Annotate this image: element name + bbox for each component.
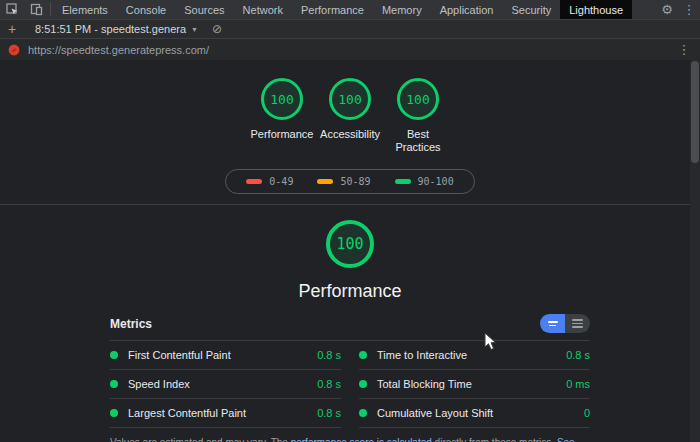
report-select-label: 8:51:51 PM - speedtest.genera — [35, 23, 186, 35]
tab-console[interactable]: Console — [117, 0, 175, 19]
scrollbar-thumb[interactable] — [691, 61, 699, 163]
score-calculation-link[interactable]: performance score is calculated — [291, 437, 432, 442]
report-url-link[interactable]: https://speedtest.generatepress.com/ — [28, 44, 209, 56]
metrics-heading: Metrics — [110, 317, 152, 331]
metric-speed-index: Speed Index 0.8 s — [110, 370, 341, 399]
tab-application[interactable]: Application — [431, 0, 503, 19]
category-performance-gauge[interactable]: 100 — [326, 220, 374, 268]
lighthouse-run-bar: + 8:51:51 PM - speedtest.genera ▼ ⊘ — [0, 20, 700, 39]
metric-time-to-interactive: Time to Interactive 0.8 s — [359, 341, 590, 370]
legend-item-average: 50-89 — [317, 176, 370, 187]
metrics-column-right: Time to Interactive 0.8 s Total Blocking… — [359, 341, 590, 428]
pass-dot-icon — [359, 409, 367, 417]
metric-value: 0.8 s — [566, 349, 590, 361]
metrics-view-toggle — [540, 314, 590, 333]
pass-dot-icon — [359, 380, 367, 388]
report-url-bar: https://speedtest.generatepress.com/ ⋮ — [0, 39, 700, 60]
tab-elements[interactable]: Elements — [53, 0, 117, 19]
devtools-menu-kebab-icon[interactable]: ⋮ — [678, 2, 700, 17]
devtools-toolbar: Elements Console Sources Network Perform… — [0, 0, 700, 20]
tab-network[interactable]: Network — [234, 0, 292, 19]
toolbar-separator — [50, 3, 51, 16]
metric-cumulative-layout-shift: Cumulative Layout Shift 0 — [359, 399, 590, 428]
condensed-view-icon — [548, 321, 558, 323]
pass-range-swatch — [395, 179, 411, 184]
report-select-dropdown[interactable]: 8:51:51 PM - speedtest.genera ▼ — [29, 23, 204, 35]
score-scale-legend: 0-49 50-89 90-100 — [225, 169, 474, 194]
metrics-header: Metrics — [110, 314, 590, 341]
gauge-best-practices-label: Best Practices — [386, 128, 450, 154]
inspect-element-icon[interactable] — [0, 0, 24, 19]
average-range-label: 50-89 — [340, 176, 370, 187]
gauges-row: 100 Performance 100 Accessibility 100 Be… — [0, 78, 700, 154]
list-view-icon — [572, 319, 583, 321]
metrics-column-left: First Contentful Paint 0.8 s Speed Index… — [110, 341, 341, 428]
pass-dot-icon — [110, 409, 118, 417]
pass-dot-icon — [110, 380, 118, 388]
toggle-list-view-button[interactable] — [565, 314, 590, 333]
metric-value: 0.8 s — [317, 378, 341, 390]
gauge-performance-score: 100 — [261, 78, 303, 120]
average-range-swatch — [317, 179, 333, 184]
settings-gear-icon[interactable]: ⚙ — [656, 2, 678, 17]
lighthouse-report: 100 Performance 100 Accessibility 100 Be… — [0, 60, 700, 442]
report-options-kebab-icon[interactable]: ⋮ — [676, 42, 692, 57]
clear-reports-icon[interactable]: ⊘ — [212, 22, 222, 36]
performance-category-section: 100 Performance Metrics — [0, 205, 700, 442]
tab-sources[interactable]: Sources — [175, 0, 233, 19]
metric-value: 0.8 s — [317, 407, 341, 419]
legend-item-pass: 90-100 — [395, 176, 454, 187]
metrics-grid: First Contentful Paint 0.8 s Speed Index… — [110, 341, 590, 428]
fail-range-label: 0-49 — [269, 176, 293, 187]
tab-security[interactable]: Security — [502, 0, 560, 19]
fail-range-swatch — [246, 179, 262, 184]
gauge-accessibility-label: Accessibility — [320, 128, 380, 141]
metric-total-blocking-time: Total Blocking Time 0 ms — [359, 370, 590, 399]
site-favicon — [8, 44, 20, 56]
category-title: Performance — [0, 281, 700, 302]
toggle-condensed-view-button[interactable] — [540, 314, 565, 333]
metric-value: 0.8 s — [317, 349, 341, 361]
device-toolbar-icon[interactable] — [24, 0, 48, 19]
tab-memory[interactable]: Memory — [373, 0, 431, 19]
gauge-best-practices-score: 100 — [397, 78, 439, 120]
scores-summary-section: 100 Performance 100 Accessibility 100 Be… — [0, 60, 700, 205]
toolbar-right-actions: ⚙ ⋮ — [656, 0, 700, 19]
report-scrollbar — [690, 60, 700, 442]
metric-value: 0 ms — [566, 378, 590, 390]
metrics-disclaimer: Values are estimated and may vary. The p… — [110, 437, 590, 442]
metrics-block: Metrics First — [110, 314, 590, 442]
gauge-accessibility-score: 100 — [329, 78, 371, 120]
metric-first-contentful-paint: First Contentful Paint 0.8 s — [110, 341, 341, 370]
tab-performance[interactable]: Performance — [292, 0, 373, 19]
metric-largest-contentful-paint: Largest Contentful Paint 0.8 s — [110, 399, 341, 428]
pass-range-label: 90-100 — [418, 176, 454, 187]
legend-item-fail: 0-49 — [246, 176, 293, 187]
new-report-button[interactable]: + — [0, 21, 24, 37]
pass-dot-icon — [110, 351, 118, 359]
gauge-performance[interactable]: 100 Performance — [250, 78, 314, 154]
gauge-accessibility[interactable]: 100 Accessibility — [318, 78, 382, 154]
gauge-performance-label: Performance — [251, 128, 314, 141]
chevron-down-icon: ▼ — [191, 26, 198, 33]
gauge-best-practices[interactable]: 100 Best Practices — [386, 78, 450, 154]
tab-lighthouse[interactable]: Lighthouse — [560, 0, 632, 19]
pass-dot-icon — [359, 351, 367, 359]
